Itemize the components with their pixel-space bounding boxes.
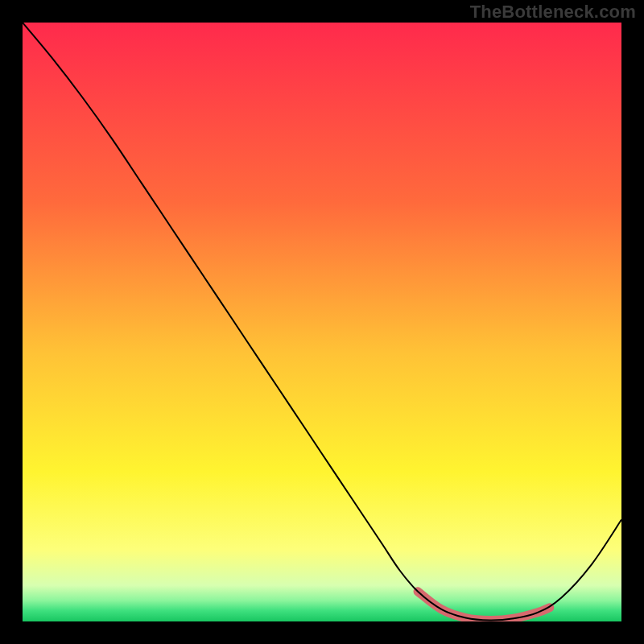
chart-frame: TheBottleneck.com: [0, 0, 644, 644]
bottleneck-chart: [23, 23, 621, 621]
watermark-text: TheBottleneck.com: [470, 2, 636, 23]
plot-area: [23, 23, 621, 621]
gradient-background: [23, 23, 621, 621]
